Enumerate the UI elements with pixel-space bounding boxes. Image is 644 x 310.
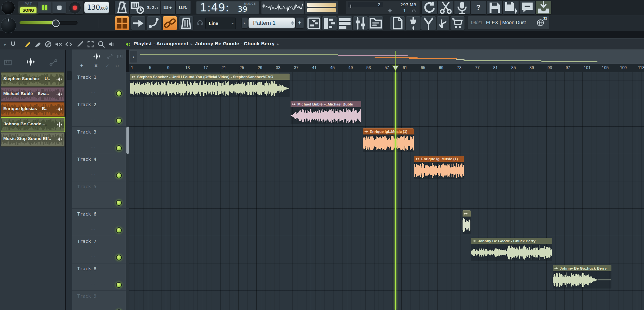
track-options-dots[interactable]: ...	[91, 89, 96, 94]
track-name[interactable]: Track 9	[77, 293, 96, 299]
track-name[interactable]: Track 3	[77, 129, 96, 134]
playlist-title[interactable]: Playlist - Arrangement	[134, 41, 188, 46]
track-enable-led[interactable]	[116, 91, 122, 96]
track-header[interactable]: Track 7...	[72, 236, 126, 263]
track-name[interactable]: Track 7	[77, 239, 96, 244]
playlist-menu-arrow[interactable]: ▸	[1, 40, 9, 48]
time-display[interactable]: 1:49: 39 M:S:CS	[196, 1, 259, 14]
track-enable-led[interactable]	[116, 200, 122, 206]
feedback-button[interactable]	[520, 1, 535, 14]
track-options-dots[interactable]: ...	[91, 198, 96, 203]
touch-button[interactable]	[437, 16, 449, 30]
picker-tab-audio-icon[interactable]	[25, 57, 36, 67]
track-options-dots[interactable]: ...	[91, 226, 96, 231]
add-pattern-button[interactable]: +	[296, 18, 304, 28]
scroll-back-button[interactable]: ‹	[130, 51, 137, 63]
track-name[interactable]: Track 1	[77, 75, 96, 80]
clip-header[interactable]: Stephen Sanchez - Until I Found You (Off…	[130, 74, 290, 80]
paint-tool-icon[interactable]	[34, 40, 42, 48]
track-name[interactable]: Track 6	[77, 211, 96, 217]
export-button[interactable]	[536, 1, 551, 14]
loop-record-button[interactable]: Ш↻	[176, 1, 191, 14]
picker-tab-patterns-icon[interactable]	[3, 58, 12, 67]
clip-header[interactable]: Johnny Be Go..huck Berry	[553, 265, 611, 271]
fl-logo[interactable]	[1, 1, 15, 15]
plugin-database-button[interactable]	[406, 16, 421, 30]
track-options-dots[interactable]: ...	[91, 308, 96, 310]
play-pause-button[interactable]	[38, 2, 51, 13]
track-header[interactable]: Track 8...	[72, 263, 126, 291]
track-options-dots[interactable]: ...	[91, 144, 96, 148]
clip-header[interactable]: Michael Bublé –..Michael Bublé	[291, 101, 361, 107]
slice-tool-icon[interactable]	[76, 40, 84, 48]
close-button[interactable]: ×	[94, 63, 97, 69]
browser-button[interactable]	[368, 16, 383, 30]
track-options-dots[interactable]: ...	[91, 253, 96, 258]
slide-button[interactable]	[147, 16, 161, 30]
clip-header[interactable]: Enrique Ig..Music (1)	[414, 156, 464, 162]
picker-tab-automation-icon[interactable]	[49, 58, 58, 67]
playlist-clip[interactable]: Johnny Be Go..huck Berry	[553, 265, 611, 289]
save-button[interactable]	[487, 1, 502, 14]
track-options-dots[interactable]: ...	[91, 171, 96, 176]
stop-button[interactable]	[52, 2, 66, 13]
picker-item[interactable]: Stephen Sanchez – U..	[1, 72, 64, 87]
plugin-picker-button[interactable]	[390, 16, 405, 30]
playlist-clip[interactable]: Michael Bublé –..Michael Bublé	[291, 101, 361, 124]
track-header[interactable]: Track 9...	[72, 290, 126, 310]
pattern-mode-button[interactable]	[115, 16, 129, 30]
pattern-icon[interactable]	[117, 53, 123, 60]
picker-item[interactable]: Enrique Iglesias – B..	[1, 102, 64, 117]
track-enable-led[interactable]	[116, 118, 122, 124]
tuner-button[interactable]	[421, 16, 436, 30]
clip-header[interactable]	[463, 210, 471, 217]
undo-button[interactable]	[422, 1, 437, 14]
track-name[interactable]: Track 2	[77, 102, 96, 107]
track-enable-led[interactable]	[116, 282, 122, 288]
track-header[interactable]: Track 3...	[72, 126, 126, 154]
channel-rack-button[interactable]	[337, 16, 352, 30]
song-mode-button[interactable]: SONG	[20, 7, 36, 13]
playhead-line[interactable]	[395, 72, 396, 310]
playlist-clip[interactable]: Enrique Ig..Music (1)	[414, 156, 464, 179]
zoom-tool-icon[interactable]	[97, 40, 105, 48]
pattern-spinner[interactable]	[291, 21, 294, 25]
track-options-dots[interactable]: ...	[91, 280, 96, 285]
help-button[interactable]: ?	[471, 1, 486, 14]
arrangement-name[interactable]: Johnny Be Goode - Chuck Berry	[195, 41, 275, 46]
tempo-spinner[interactable]	[105, 6, 108, 9]
wait-for-input-button[interactable]	[130, 1, 145, 14]
typing-keyboard-button[interactable]	[179, 16, 193, 30]
pattern-selector[interactable]: Pattern 1	[249, 18, 295, 28]
volume-slider-thumb[interactable]	[52, 20, 60, 27]
pattern-picker-arrow[interactable]: ▸	[242, 18, 248, 28]
recording-panel-button[interactable]	[454, 1, 470, 14]
link-controllers-button[interactable]	[163, 16, 177, 30]
clip-header[interactable]: Johnny Be Goode - Chuck Berry	[471, 238, 552, 244]
blend-recording-button[interactable]: Ш+	[161, 1, 175, 14]
vertical-scrollbar-thumb[interactable]	[126, 127, 129, 154]
cut-tool-button[interactable]	[438, 1, 453, 14]
eye-icon[interactable]	[411, 8, 417, 14]
playlist-clip[interactable]: Johnny Be Goode - Chuck Berry	[471, 238, 552, 261]
pat-mode-button[interactable]: PAT	[20, 2, 36, 6]
main-volume-slider[interactable]	[20, 21, 78, 25]
slip-tool-icon[interactable]	[65, 40, 73, 48]
master-volume-knob[interactable]	[1, 18, 16, 33]
countdown-button[interactable]: 3.2.:	[145, 1, 160, 14]
track-header[interactable]: Track 6...	[72, 208, 126, 236]
playlist-vertical-scrollbar[interactable]	[126, 72, 129, 310]
save-new-version-button[interactable]	[503, 1, 519, 14]
track-header[interactable]: Track 4...	[72, 154, 126, 181]
clip-source-icon[interactable]	[93, 52, 101, 61]
track-enable-led[interactable]	[116, 255, 122, 261]
picker-item[interactable]: Michael Bublé – Swa..	[1, 87, 64, 102]
tempo-display[interactable]: 130.000	[84, 2, 109, 13]
metronome-button[interactable]	[115, 1, 129, 14]
piano-roll-button[interactable]	[322, 16, 337, 30]
picker-item[interactable]: Johnny Be Goode –..	[1, 117, 65, 132]
playlist-clip[interactable]: Enrique Igl..Music (1)	[363, 128, 414, 152]
playback-tool-icon[interactable]	[108, 40, 116, 48]
song-mode-arrow-button[interactable]	[131, 16, 145, 30]
track-name[interactable]: Track 5	[77, 184, 96, 189]
